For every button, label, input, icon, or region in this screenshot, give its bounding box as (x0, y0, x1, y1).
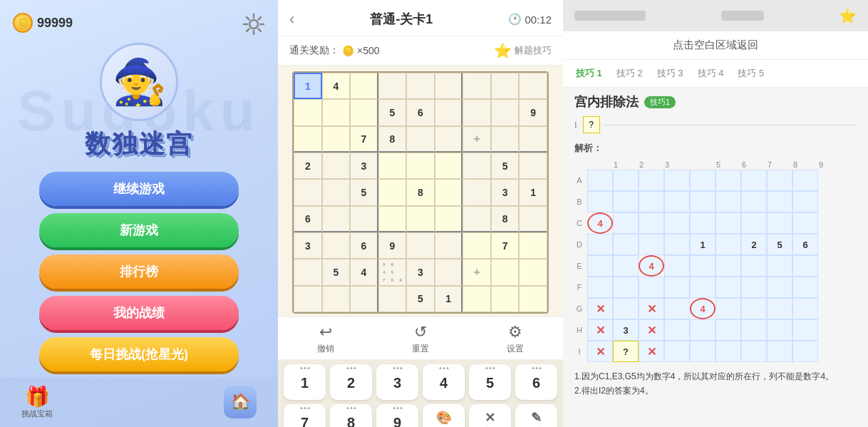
sudoku-cell-6-4[interactable] (406, 232, 435, 259)
sudoku-cell-4-7[interactable]: 3 (491, 179, 520, 205)
reset-button[interactable]: ↺ 重置 (412, 323, 429, 355)
sudoku-cell-5-3[interactable] (378, 206, 407, 232)
num-6-button[interactable]: 6 (515, 364, 557, 400)
sudoku-cell-7-7[interactable] (491, 259, 520, 285)
sudoku-cell-5-6[interactable] (463, 206, 491, 232)
sudoku-cell-1-0[interactable] (294, 99, 322, 125)
sudoku-cell-3-8[interactable] (519, 153, 547, 179)
sudoku-cell-6-7[interactable]: 7 (491, 232, 520, 259)
num-1-button[interactable]: 1 (284, 364, 326, 400)
num-5-button[interactable]: 5 (469, 364, 511, 400)
sudoku-cell-0-0[interactable]: 1 (294, 73, 322, 99)
sudoku-cell-3-1[interactable] (322, 153, 351, 179)
sudoku-cell-0-4[interactable] (406, 73, 435, 99)
sudoku-cell-6-3[interactable]: 9 (378, 232, 407, 259)
sudoku-cell-0-8[interactable] (519, 73, 547, 99)
sudoku-cell-7-0[interactable] (294, 259, 322, 285)
treasure-box[interactable]: 🎁 挑战宝箱 (21, 385, 53, 419)
num-8-button[interactable]: 8 (330, 404, 372, 427)
settings-icon[interactable] (242, 13, 265, 36)
num-7-button[interactable]: 7 (284, 404, 326, 427)
sudoku-cell-7-3[interactable]: 3645789 (378, 259, 407, 285)
sudoku-cell-8-2[interactable] (350, 286, 378, 312)
undo-button[interactable]: ↩ 撤销 (317, 323, 334, 355)
sudoku-cell-0-6[interactable] (463, 73, 491, 99)
sudoku-cell-7-1[interactable]: 5 (322, 259, 351, 285)
sudoku-cell-4-1[interactable] (322, 179, 351, 205)
sudoku-cell-3-5[interactable] (435, 153, 463, 179)
sudoku-cell-5-4[interactable] (406, 206, 435, 232)
sudoku-cell-3-0[interactable]: 2 (294, 153, 322, 179)
sudoku-cell-2-7[interactable] (491, 126, 520, 153)
sudoku-cell-8-7[interactable] (491, 286, 520, 312)
sudoku-cell-1-1[interactable] (322, 99, 351, 125)
sudoku-cell-6-2[interactable]: 6 (350, 232, 378, 259)
sudoku-cell-8-3[interactable] (378, 286, 407, 312)
num-3-button[interactable]: 3 (376, 364, 418, 400)
sudoku-cell-1-7[interactable] (491, 99, 520, 125)
annotate-button[interactable]: ✎ 标注 (515, 404, 557, 427)
sudoku-cell-4-4[interactable]: 8 (406, 179, 435, 205)
sudoku-cell-7-2[interactable]: 4 (350, 259, 378, 285)
sudoku-cell-3-4[interactable] (406, 153, 435, 179)
tab-tip-1[interactable]: 技巧 1 (572, 66, 606, 81)
sudoku-cell-8-1[interactable] (322, 286, 351, 312)
sudoku-cell-7-6[interactable]: + (463, 259, 491, 285)
sudoku-cell-5-5[interactable] (435, 206, 463, 232)
sudoku-cell-7-8[interactable] (519, 259, 547, 285)
sudoku-cell-4-8[interactable]: 1 (519, 179, 547, 205)
sudoku-cell-8-4[interactable]: 5 (406, 286, 435, 312)
sudoku-cell-5-1[interactable] (322, 206, 351, 232)
sudoku-cell-1-6[interactable] (463, 99, 491, 125)
back-button[interactable]: ‹ (289, 10, 294, 29)
sudoku-cell-1-4[interactable]: 6 (406, 99, 435, 125)
sudoku-cell-6-6[interactable] (463, 232, 491, 259)
my-record-button[interactable]: 我的战绩 (39, 296, 239, 330)
sudoku-cell-8-0[interactable] (294, 286, 322, 312)
sudoku-cell-0-7[interactable] (491, 73, 520, 99)
sudoku-cell-3-3[interactable] (378, 153, 407, 179)
sudoku-cell-0-2[interactable] (350, 73, 378, 99)
sudoku-cell-2-2[interactable]: 7 (350, 126, 378, 153)
sudoku-cell-3-7[interactable]: 5 (491, 153, 520, 179)
sudoku-cell-8-5[interactable]: 1 (435, 286, 463, 312)
sudoku-cell-4-6[interactable] (463, 179, 491, 205)
continue-button[interactable]: 继续游戏 (39, 172, 239, 206)
sudoku-cell-1-8[interactable]: 9 (519, 99, 547, 125)
num-2-button[interactable]: 2 (330, 364, 372, 400)
num-4-button[interactable]: 4 (423, 364, 465, 400)
num-9-button[interactable]: 9 (376, 404, 418, 427)
leaderboard-button[interactable]: 排行榜 (39, 254, 239, 289)
tab-tip-2[interactable]: 技巧 2 (612, 66, 647, 81)
sudoku-cell-8-8[interactable] (519, 286, 547, 312)
tab-tip-4[interactable]: 技巧 4 (693, 66, 728, 81)
sudoku-cell-0-5[interactable] (435, 73, 463, 99)
sudoku-cell-6-8[interactable] (519, 232, 547, 259)
doodle-button[interactable]: 🎨 涂鸦 (423, 404, 465, 427)
settings-button[interactable]: ⚙ 设置 (507, 323, 524, 355)
sudoku-cell-1-3[interactable]: 5 (378, 99, 407, 125)
sudoku-cell-6-0[interactable]: 3 (294, 232, 322, 259)
sudoku-cell-8-6[interactable] (463, 286, 491, 312)
sudoku-cell-2-0[interactable] (294, 126, 322, 153)
sudoku-cell-7-5[interactable] (435, 259, 463, 285)
sudoku-cell-2-1[interactable] (322, 126, 351, 153)
sudoku-cell-2-6[interactable]: + (463, 126, 491, 153)
sudoku-cell-6-5[interactable] (435, 232, 463, 259)
tab-tip-5[interactable]: 技巧 5 (733, 66, 768, 81)
sudoku-cell-2-3[interactable]: 8 (378, 126, 407, 153)
sudoku-cell-5-2[interactable] (350, 206, 378, 232)
sudoku-cell-3-2[interactable]: 3 (350, 153, 378, 179)
sudoku-cell-1-2[interactable] (350, 99, 378, 125)
sudoku-cell-7-4[interactable]: 3 (406, 259, 435, 285)
sudoku-cell-5-0[interactable]: 6 (294, 206, 322, 232)
sudoku-cell-3-6[interactable] (463, 153, 491, 179)
sudoku-cell-5-8[interactable] (519, 206, 547, 232)
sudoku-cell-0-1[interactable]: 4 (322, 73, 351, 99)
sudoku-cell-1-5[interactable] (435, 99, 463, 125)
sudoku-cell-4-3[interactable] (378, 179, 407, 205)
sudoku-cell-2-8[interactable] (519, 126, 547, 153)
hint-button[interactable]: ⭐ 解题技巧 (494, 42, 552, 59)
home-button[interactable]: 🏠 (224, 386, 257, 418)
sudoku-cell-2-4[interactable] (406, 126, 435, 153)
